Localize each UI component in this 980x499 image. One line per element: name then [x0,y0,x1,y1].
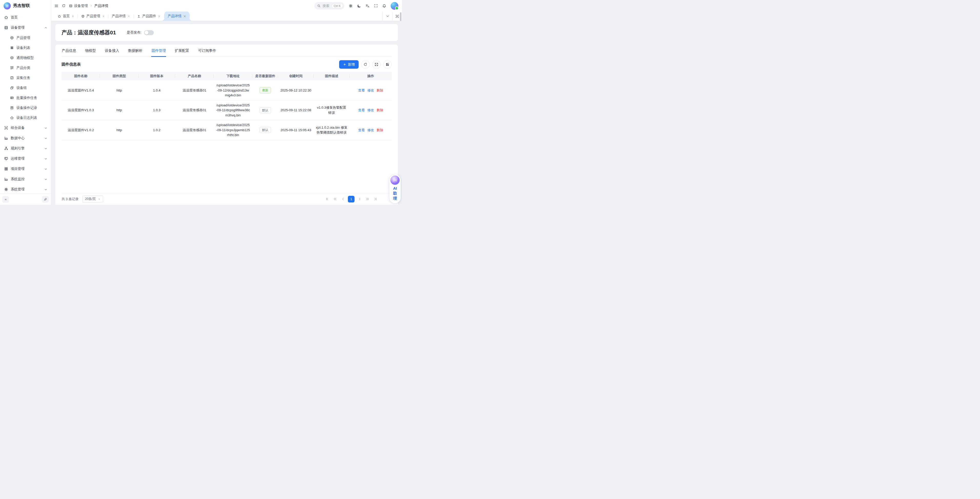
chevron-down-icon [44,126,48,130]
sidebar-sub-item-1-1[interactable]: 设备列表 [0,43,51,53]
page-tab-0[interactable]: 首页 [54,11,78,21]
close-tab-icon[interactable] [158,15,161,17]
brand-logo-icon [3,2,11,10]
header-actions: 搜索 Ctrl K 文A [314,2,399,10]
sidebar-collapse-button[interactable]: « [2,196,9,203]
total-records-label: 共 3 条记录 [62,197,78,202]
publish-toggle[interactable] [144,30,154,35]
language-translate-icon[interactable]: 文A [366,4,370,8]
brand-area: 秀杰智联 [0,0,51,11]
cell-firmware-type: http [100,100,138,120]
product-detail-card: 产品信息物模型设备接入数据解析固件管理扩展配置可订阅事件 固件信息表 新增 [56,44,398,205]
current-page-button[interactable]: 1 [348,196,355,202]
page-tab-4[interactable]: 产品详情 [164,11,189,21]
refresh-icon[interactable] [62,4,65,8]
edit-link[interactable]: 修改 [368,108,374,112]
detail-tab-0[interactable]: 产品信息 [62,44,76,57]
delete-link[interactable]: 删除 [377,128,383,132]
notification-bell-icon[interactable] [382,4,386,8]
sidebar-sub-item-1-4[interactable]: 采集任务 [0,73,51,83]
cell-description: xjzl.1.0.2.ota.bin 修复告警阈值默认值错误 [313,120,350,140]
table-column-settings-button[interactable] [383,60,392,69]
delete-link[interactable]: 删除 [377,88,383,92]
sidebar-sub-item-1-0[interactable]: 产品管理 [0,33,51,43]
column-header-4: 下载地址 [214,72,252,81]
sidebar-sub-item-1-5[interactable]: 设备组 [0,83,51,93]
sidebar-item-6[interactable]: 项目管理 [0,164,51,174]
column-header-5: 是否最新固件 [252,72,278,81]
top-header: 设备管理 产品详情 搜索 Ctrl K 文A [51,0,402,11]
open-page-tabs: 首页产品管理产品详情产品固件产品详情 [54,11,382,21]
category-icon [10,66,14,70]
detail-tab-6[interactable]: 可订阅事件 [198,44,216,57]
firmware-section-title: 固件信息表 [62,62,81,67]
jump-forward-button[interactable] [364,196,371,202]
cell-latest-badge: 默认 [252,120,278,140]
settings-gear-icon[interactable] [348,4,353,8]
view-link[interactable]: 查看 [358,88,365,92]
page-tab-1[interactable]: 产品管理 [78,11,108,21]
latest-badge: 默认 [260,127,271,133]
sidebar-item-4[interactable]: 规则引擎 [0,143,51,154]
table-fullscreen-button[interactable] [372,60,381,69]
sidebar-item-7[interactable]: 系统监控 [0,174,51,184]
jump-back-button[interactable] [332,196,338,202]
sidebar-menu: 首页设备管理产品管理设备列表通用物模型产品分类采集任务设备组批量操作任务设备操作… [0,11,51,194]
sidebar-sub-item-1-8[interactable]: 设备日志列表 [0,113,51,123]
sidebar-item-2[interactable]: 组合设备 [0,123,51,133]
first-page-button[interactable] [324,196,330,202]
previous-page-button[interactable] [340,196,346,202]
sidebar-item-0[interactable]: 首页 [0,12,51,22]
sidebar-item-5[interactable]: 运维管理 [0,154,51,164]
search-input[interactable]: 搜索 Ctrl K [314,2,345,10]
detail-tab-4[interactable]: 固件管理 [151,44,166,57]
close-tab-icon[interactable] [102,15,105,17]
tabs-dropdown-button[interactable] [382,11,392,21]
fullscreen-icon[interactable] [374,4,378,8]
add-firmware-button[interactable]: 新增 [339,60,359,69]
close-tab-icon[interactable] [127,15,130,17]
dark-mode-moon-icon[interactable] [357,4,361,8]
page-size-select[interactable]: 20条/页 [83,195,103,203]
view-link[interactable]: 查看 [358,108,365,112]
sidebar-item-8[interactable]: 系统管理 [0,184,51,194]
cell-download-url: /upload/iotdevice/2025-09-11/dcps3jqemb1… [214,120,252,140]
cell-download-url: /upload/iotdevice/2025-09-12/dcqgpidnd13… [214,81,252,100]
hamburger-menu-icon[interactable] [54,4,59,8]
next-page-button[interactable] [356,196,363,202]
monitor-icon [4,157,8,161]
page-tab-3[interactable]: 产品固件 [134,11,164,21]
publish-label: 是否发布: [127,30,142,35]
detail-tab-1[interactable]: 物模型 [85,44,96,57]
ai-assistant-button[interactable]: [A] AI助理 [390,175,401,203]
sidebar-sub-item-1-7[interactable]: 设备操作记录 [0,103,51,113]
server-icon [69,4,73,8]
detail-tab-2[interactable]: 设备接入 [105,44,119,57]
table-refresh-button[interactable] [361,60,370,69]
pagination-controls: 1 [324,196,379,202]
user-avatar[interactable] [391,2,398,10]
view-link[interactable]: 查看 [358,128,365,132]
last-page-button[interactable] [372,196,379,202]
page-tab-2[interactable]: 产品详情 [108,11,134,21]
edit-link[interactable]: 修改 [368,128,374,132]
cell-firmware-name: 温湿度固件V1.0.4 [62,81,100,100]
cell-firmware-name: 温湿度固件V1.0.3 [62,100,100,120]
cell-actions: 查看修改删除 [350,120,392,140]
delete-link[interactable]: 删除 [377,108,383,112]
sidebar-sub-item-1-3[interactable]: 产品分类 [0,63,51,73]
sidebar-sub-item-1-2[interactable]: 通用物模型 [0,53,51,63]
sidebar-pin-button[interactable] [42,196,49,203]
sidebar-sub-item-1-6[interactable]: 批量操作任务 [0,93,51,103]
detail-tab-5[interactable]: 扩展配置 [175,44,189,57]
sidebar-item-1[interactable]: 设备管理 [0,22,51,33]
cell-actions: 查看修改删除 [350,100,392,120]
ai-assistant-orb-icon: [A] [390,176,399,185]
breadcrumb-device-management[interactable]: 设备管理 [69,3,88,8]
close-tab-icon[interactable] [183,15,186,17]
sidebar-item-3[interactable]: 数据中心 [0,133,51,143]
close-tab-icon[interactable] [72,15,74,17]
edit-link[interactable]: 修改 [368,88,374,92]
page-scrollbar-thumb[interactable] [400,12,401,21]
detail-tab-3[interactable]: 数据解析 [128,44,143,57]
